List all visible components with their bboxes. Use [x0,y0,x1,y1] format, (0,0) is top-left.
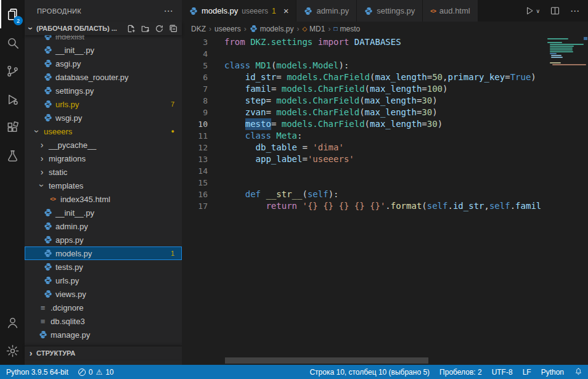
split-editor-icon[interactable] [550,6,560,16]
close-tab-icon[interactable]: × [284,6,289,15]
status-encoding[interactable]: UTF-8 [487,365,518,379]
workspace-section-header[interactable]: › (РАБОЧАЯ ОБЛАСТЬ) ... [25,22,182,35]
chevron-right-icon[interactable]: › [37,167,47,177]
code-line-17: 17 return '{} {} {} {} {}'.format(self.i… [182,200,542,212]
code-line-16: 16 def __str__(self): [182,189,542,200]
tree-folder-__pycache__[interactable]: ›__pycache__ [25,138,182,152]
tree-item-label: views.py [55,290,86,299]
testing-beaker-icon[interactable] [0,142,25,170]
outline-section-header[interactable]: › СТРУКТУРА [25,346,182,359]
python-file-icon [250,25,258,33]
breadcrumb-item-DKZ[interactable]: DKZ [191,25,206,33]
chevron-right-icon: › [26,348,36,358]
chevron-right-icon[interactable]: › [37,153,47,163]
tree-file-db.sqlite3[interactable]: ≡db.sqlite3 [25,314,182,328]
tree-file-asgi.py[interactable]: asgi.py [25,57,182,70]
py-file-icon [42,222,54,230]
code-line-6: 6 id_str= models.CharField(max_length=50… [182,71,542,83]
explorer-icon[interactable]: 2 [0,0,25,28]
tree-item-label: apps.py [55,235,84,245]
tree-item-label: templates [49,181,83,190]
tab-models.py[interactable]: models.pyuseeers1× [182,0,296,22]
breadcrumb-item-mesto[interactable]: □mesto [333,25,360,33]
extensions-icon[interactable] [0,113,25,142]
tab-admin.py[interactable]: admin.py [296,0,357,22]
warnings-icon: ⚠ [96,368,102,377]
tab-settings.py[interactable]: settings.py [357,0,423,22]
html-file-icon: <> [430,8,436,14]
tree-file-wsgi.py[interactable]: wsgi.py [25,111,182,124]
tree-file-settings.py[interactable]: settings.py [25,84,182,97]
sidebar-more-actions-icon[interactable]: ⋯ [164,6,173,17]
source-control-icon[interactable] [0,57,25,85]
tree-file-apps.py[interactable]: apps.py [25,233,182,247]
tree-folder-useeers[interactable]: ›useeers● [25,124,182,138]
collapse-all-icon[interactable] [169,24,178,33]
refresh-icon[interactable] [155,24,164,33]
tree-file-admin.py[interactable]: admin.py [25,219,182,233]
minimap[interactable] [542,36,588,365]
tab-aud.html[interactable]: <>aud.html [423,0,478,22]
tree-file-.dcignore[interactable]: ≡.dcignore [25,301,182,314]
status-cursor-position[interactable]: Строка 10, столбец 10 (выбрано 5) [303,365,435,379]
tree-folder-migrations[interactable]: ›migrations [25,152,182,165]
code-line-13: 13 app_label='useeers' [182,153,542,165]
py-file-icon [42,235,54,244]
run-dropdown-chevron-icon[interactable]: ∨ [536,8,540,14]
code-line-5: 5class MD1(models.Model): [182,60,542,71]
line-number: 9 [182,107,208,118]
workbench: 2 [0,0,588,365]
editor-more-actions-icon[interactable]: ⋯ [570,6,579,17]
explorer-actions [126,24,178,33]
editor[interactable]: 3from DKZ.settings import DATABASES45cla… [182,36,588,365]
tree-file-index345.html[interactable]: <>index345.html [25,192,182,206]
run-debug-icon[interactable] [0,85,25,113]
tree-item-label: tests.py [55,263,83,272]
breadcrumb-separator: › [209,25,211,33]
tree-item-label: admin.py [55,222,88,231]
tree-file-models.py[interactable]: models.py1 [25,247,182,260]
status-eol[interactable]: LF [518,365,536,379]
tree-file-manage.py[interactable]: manage.py [25,328,182,341]
settings-gear-icon[interactable] [0,336,25,365]
search-icon[interactable] [0,28,25,57]
chevron-down-icon[interactable]: › [32,126,42,136]
tree-file-views.py[interactable]: views.py [25,287,182,301]
editor-group: models.pyuseeers1×admin.pysettings.py<>a… [182,0,588,365]
chevron-down-icon[interactable]: › [37,181,47,190]
tree-file-urls.py[interactable]: urls.py [25,274,182,287]
breadcrumb-item-MD1[interactable]: ◇MD1 [302,25,325,33]
status-python-interpreter[interactable]: Python 3.9.5 64-bit [0,365,73,379]
chevron-right-icon[interactable]: › [37,140,47,150]
breadcrumb-separator: › [244,25,247,33]
run-python-file-button[interactable]: ∨ [525,6,540,16]
class-symbol-icon: ◇ [302,25,307,32]
breadcrumb-item-useeers[interactable]: useeers [214,25,241,33]
tree-file-__init__.py[interactable]: __init__.py [25,43,182,57]
tree-folder-static[interactable]: ›static [25,165,182,179]
status-problems[interactable]: 0⚠10 [73,365,119,379]
new-folder-icon[interactable] [141,24,150,33]
tree-file-tests.py[interactable]: tests.py [25,260,182,274]
tree-folder-templates[interactable]: ›templates [25,179,182,192]
status-indentation[interactable]: Пробелов: 2 [435,365,487,379]
code-line-12: 12 db_table = 'dima' [182,142,542,153]
tree-file-__init__.py[interactable]: __init__.py [25,206,182,219]
py-file-icon [42,113,54,122]
file-tree: indexlist__init__.pyasgi.pydatabase_roou… [25,35,182,346]
tree-file-database_roouter.py[interactable]: database_roouter.py [25,70,182,84]
account-icon[interactable] [0,308,25,336]
status-language-mode[interactable]: Python [536,365,569,379]
modified-dot: ● [171,128,174,134]
py-file-icon [42,73,54,81]
code-area[interactable]: 3from DKZ.settings import DATABASES45cla… [182,36,542,365]
tree-file-indexlist[interactable]: indexlist [25,35,182,43]
new-file-icon[interactable] [126,24,136,33]
tree-item-label: settings.py [55,86,94,96]
tree-file-urls.py[interactable]: urls.py7 [25,97,182,111]
horizontal-scrollbar[interactable] [225,357,428,364]
status-notifications[interactable] [569,365,588,379]
line-number: 6 [182,71,208,83]
db-file-icon: ≡ [37,317,49,326]
breadcrumb-item-models.py[interactable]: models.py [250,25,294,33]
